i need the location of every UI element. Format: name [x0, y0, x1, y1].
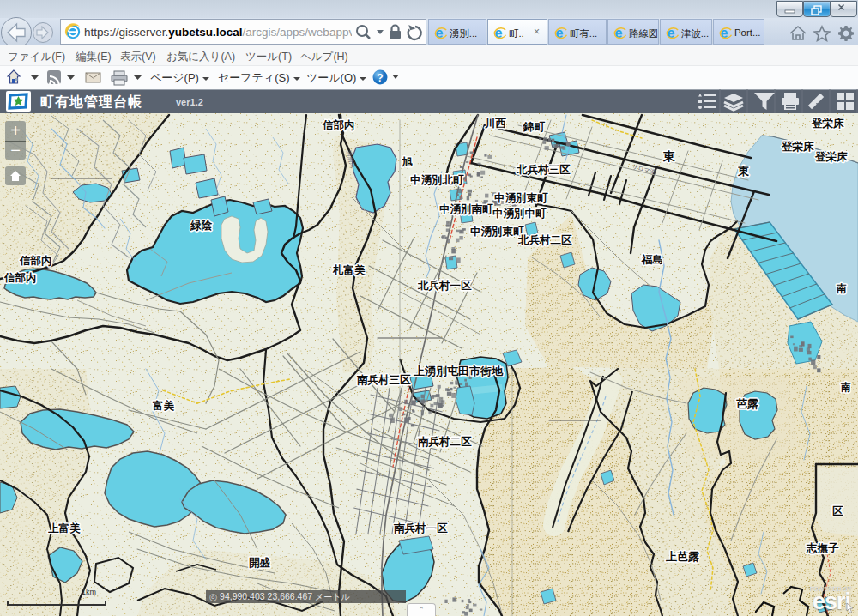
svg-text:東: 東	[662, 149, 675, 163]
svg-text:北兵村一区: 北兵村一区	[417, 280, 472, 292]
svg-text:芭露: 芭露	[736, 397, 758, 410]
svg-text:南兵村一区: 南兵村一区	[393, 522, 448, 534]
svg-text:北兵村三区: 北兵村三区	[516, 164, 571, 176]
svg-text:福島: 福島	[641, 254, 663, 266]
svg-text:中湧別東町: 中湧別東町	[470, 226, 524, 238]
svg-text:登栄床: 登栄床	[781, 141, 814, 153]
svg-text:信部内: 信部内	[322, 119, 355, 131]
svg-text:南: 南	[840, 381, 851, 393]
svg-text:志撫子: 志撫子	[806, 542, 839, 554]
svg-text:富美: 富美	[152, 399, 175, 412]
svg-text:信部内: 信部内	[19, 255, 52, 267]
svg-text:上富美: 上富美	[48, 522, 81, 534]
svg-text:中湧別東町: 中湧別東町	[494, 192, 548, 204]
svg-text:錦町: 錦町	[523, 121, 546, 133]
svg-text:北兵村二区: 北兵村二区	[517, 234, 572, 246]
svg-text:中湧別南町: 中湧別南町	[439, 203, 493, 215]
svg-text:川西: 川西	[484, 118, 507, 130]
svg-text:登栄床: 登栄床	[814, 151, 848, 163]
svg-text:東: 東	[737, 165, 750, 178]
svg-text:中湧別中町: 中湧別中町	[492, 208, 547, 220]
svg-text:開盛: 開盛	[249, 557, 271, 569]
svg-text:札富美: 札富美	[332, 263, 366, 276]
svg-text:?: ?	[377, 72, 383, 84]
svg-text:上湧別屯田市街地: 上湧別屯田市街地	[414, 365, 504, 377]
svg-text:信部内: 信部内	[3, 272, 37, 284]
svg-text:南兵村二区: 南兵村二区	[417, 436, 472, 448]
svg-text:南: 南	[836, 282, 847, 294]
svg-text:緑陰: 緑陰	[190, 220, 213, 232]
svg-text:旭: 旭	[402, 156, 413, 168]
svg-text:中湧別北町: 中湧別北町	[410, 174, 464, 186]
svg-text:上芭露: 上芭露	[666, 550, 699, 563]
svg-text:区: 区	[832, 505, 843, 517]
svg-text:南兵村三区: 南兵村三区	[356, 374, 411, 386]
svg-text:登栄床: 登栄床	[811, 118, 844, 130]
